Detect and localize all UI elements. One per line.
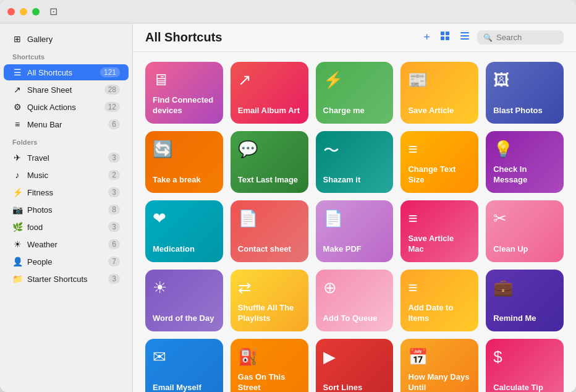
menu-bar-count: 6 <box>108 119 120 129</box>
close-button[interactable] <box>7 8 15 15</box>
shortcut-card-contact-sheet[interactable]: 📄 Contact sheet <box>231 200 308 262</box>
blast-photos-icon: 🖼 <box>493 70 556 90</box>
shortcut-card-save-article[interactable]: 📰 Save Article <box>400 62 478 124</box>
sidebar: ⊞ Gallery Shortcuts ☰ All Shortcuts 121 … <box>0 23 133 392</box>
people-count: 7 <box>108 257 120 266</box>
shortcut-card-blast-photos[interactable]: 🖼 Blast Photos <box>486 62 564 124</box>
shortcut-card-medication[interactable]: ❤ Medication <box>145 200 223 262</box>
search-icon: 🔍 <box>483 33 493 42</box>
shortcut-card-how-many-days[interactable]: 📅 How Many Days Until <box>400 339 478 392</box>
shortcut-card-email-album[interactable]: ↗ Email Album Art <box>231 62 308 124</box>
shortcut-card-charge-me[interactable]: ⚡ Charge me <box>316 62 394 124</box>
shortcut-card-check-in-message[interactable]: 💡 Check In Message <box>486 131 564 193</box>
svg-rect-0 <box>441 32 444 35</box>
travel-icon: ✈ <box>12 153 22 163</box>
shortcut-card-text-last-image[interactable]: 💬 Text Last Image <box>231 131 308 193</box>
fitness-label: Fitness <box>27 188 103 197</box>
travel-label: Travel <box>27 153 103 163</box>
take-break-icon: 🔄 <box>153 140 216 159</box>
share-sheet-label: Share Sheet <box>27 85 100 95</box>
word-of-day-icon: ☀ <box>153 278 216 297</box>
shortcut-card-save-article-mac[interactable]: ≡ Save Article Mac <box>400 200 478 262</box>
shortcut-card-change-text-size[interactable]: ≡ Change Text Size <box>400 131 478 193</box>
sidebar-item-quick-actions[interactable]: ⚙ Quick Actions 12 <box>4 99 129 115</box>
sidebar-item-fitness[interactable]: ⚡ Fitness 3 <box>4 184 129 200</box>
photos-icon: 📷 <box>12 205 22 215</box>
search-bar[interactable]: 🔍 <box>477 30 564 45</box>
shazam-it-label: Shazam it <box>323 175 386 185</box>
shortcut-card-find-connected[interactable]: 🖥 Find Connected devices <box>145 62 223 124</box>
calculate-tip-icon: $ <box>493 347 556 367</box>
charge-me-label: Charge me <box>323 106 386 116</box>
quick-actions-label: Quick Actions <box>27 103 100 112</box>
quick-actions-count: 12 <box>104 102 120 112</box>
email-myself-label: Email Myself <box>153 383 216 392</box>
shortcut-card-email-myself[interactable]: ✉ Email Myself <box>145 339 223 392</box>
sidebar-item-gallery[interactable]: ⊞ Gallery <box>4 31 129 47</box>
sidebar-item-music[interactable]: ♪ Music 2 <box>4 167 129 183</box>
maximize-button[interactable] <box>32 8 40 15</box>
starter-icon: 📁 <box>12 274 22 284</box>
sort-lines-icon: ▶ <box>323 347 386 367</box>
grid-view-button[interactable] <box>438 30 452 45</box>
add-shortcut-button[interactable]: + <box>421 30 433 45</box>
music-label: Music <box>27 171 103 180</box>
svg-rect-5 <box>460 35 469 36</box>
starter-label: Starter Shortcuts <box>27 275 103 284</box>
email-album-label: Email Album Art <box>238 106 301 116</box>
sidebar-item-all-shortcuts[interactable]: ☰ All Shortcuts 121 <box>4 64 129 80</box>
sidebar-item-people[interactable]: 👤 People 7 <box>4 254 129 270</box>
shortcuts-section-label: Shortcuts <box>0 48 132 63</box>
blast-photos-label: Blast Photos <box>493 106 556 116</box>
shortcut-card-remind-me[interactable]: 💼 Remind Me <box>486 270 564 331</box>
charge-me-icon: ⚡ <box>323 70 386 90</box>
shortcut-card-calculate-tip[interactable]: $ Calculate Tip <box>486 339 564 392</box>
search-input[interactable] <box>496 33 557 42</box>
music-icon: ♪ <box>12 170 22 180</box>
add-date-label: Add Date to Items <box>408 303 471 324</box>
shortcut-card-clean-up[interactable]: ✂ Clean Up <box>486 200 564 262</box>
sidebar-item-food[interactable]: 🌿 food 3 <box>4 219 129 235</box>
photos-count: 8 <box>108 205 120 215</box>
folders-section-label: Folders <box>0 134 132 148</box>
sidebar-item-menu-bar[interactable]: ≡ Menu Bar 6 <box>4 116 129 132</box>
food-icon: 🌿 <box>12 222 22 232</box>
sidebar-item-photos[interactable]: 📷 Photos 8 <box>4 202 129 218</box>
list-view-button[interactable] <box>457 30 472 45</box>
shortcut-card-shazam-it[interactable]: 〜 Shazam it <box>316 131 394 193</box>
email-myself-icon: ✉ <box>153 347 216 367</box>
clean-up-label: Clean Up <box>493 244 556 255</box>
sidebar-item-starter[interactable]: 📁 Starter Shortcuts 3 <box>4 271 129 287</box>
shortcut-card-word-of-day[interactable]: ☀ Word of the Day <box>145 270 223 331</box>
shazam-it-icon: 〜 <box>323 140 386 161</box>
sidebar-item-weather[interactable]: ☀ Weather 6 <box>4 236 129 252</box>
save-article-mac-label: Save Article Mac <box>408 234 471 255</box>
email-album-icon: ↗ <box>238 70 301 90</box>
share-sheet-icon: ↗ <box>12 85 22 95</box>
photos-label: Photos <box>27 205 103 215</box>
shortcut-card-shuffle-playlists[interactable]: ⇄ Shuffle All The Playlists <box>231 270 308 331</box>
find-connected-icon: 🖥 <box>153 70 216 90</box>
shortcut-card-gas-on-street[interactable]: ⛽ Gas On This Street <box>231 339 308 392</box>
fitness-icon: ⚡ <box>12 187 22 197</box>
shortcut-card-add-to-queue[interactable]: ⊕ Add To Queue <box>316 270 394 331</box>
shuffle-playlists-label: Shuffle All The Playlists <box>238 303 301 324</box>
svg-rect-6 <box>460 38 469 40</box>
shortcut-card-make-pdf[interactable]: 📄 Make PDF <box>316 200 394 262</box>
food-count: 3 <box>108 222 120 232</box>
quick-actions-icon: ⚙ <box>12 102 22 112</box>
shortcut-card-take-break[interactable]: 🔄 Take a break <box>145 131 223 193</box>
sidebar-item-travel[interactable]: ✈ Travel 3 <box>4 150 129 166</box>
menu-bar-label: Menu Bar <box>27 120 103 129</box>
minimize-button[interactable] <box>20 8 27 15</box>
sidebar-toggle-button[interactable]: ⊡ <box>49 6 57 17</box>
how-many-days-icon: 📅 <box>408 347 471 367</box>
sidebar-item-share-sheet[interactable]: ↗ Share Sheet 28 <box>4 82 129 98</box>
shortcut-card-add-date[interactable]: ≡ Add Date to Items <box>400 270 478 331</box>
find-connected-label: Find Connected devices <box>153 95 216 116</box>
sidebar-gallery-label: Gallery <box>27 35 120 44</box>
people-label: People <box>27 257 103 266</box>
gallery-icon: ⊞ <box>12 34 22 44</box>
shortcut-card-sort-lines[interactable]: ▶ Sort Lines <box>316 339 394 392</box>
travel-count: 3 <box>108 153 120 163</box>
